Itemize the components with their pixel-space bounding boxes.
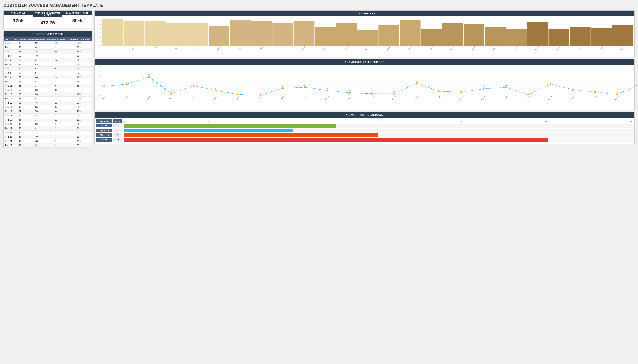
svg-text:Rep 10: Rep 10	[302, 96, 307, 100]
svg-text:10: 10	[99, 40, 101, 42]
breakdown-bar	[124, 128, 293, 132]
table-row: Rep 3583523369	[4, 50, 92, 54]
breakdown-bar-wrap	[124, 128, 633, 132]
svg-rect-58	[570, 27, 591, 46]
table-row: Rep 25483414301	[4, 144, 92, 148]
svg-point-105	[349, 92, 351, 94]
svg-text:8: 8	[483, 86, 484, 88]
svg-text:Rep 14: Rep 14	[392, 96, 396, 100]
svg-text:36: 36	[99, 66, 101, 68]
abandoned-line-svg: 012243611Rep 114Rep 223Rep 32Rep 412Rep …	[102, 66, 632, 100]
scale-label: 12	[630, 120, 632, 122]
svg-text:Rep 24: Rep 24	[615, 96, 619, 100]
svg-rect-42	[400, 20, 421, 46]
svg-rect-32	[294, 21, 315, 46]
svg-text:Rep 13: Rep 13	[369, 96, 374, 100]
scale-label: 6	[377, 120, 378, 122]
svg-point-129	[527, 93, 529, 96]
svg-rect-56	[548, 28, 569, 46]
svg-text:Rep 22: Rep 22	[556, 46, 561, 51]
svg-text:6: 6	[327, 88, 328, 90]
svg-text:Rep 14: Rep 14	[386, 46, 391, 51]
svg-rect-24	[209, 26, 229, 46]
svg-text:Rep 2: Rep 2	[132, 46, 136, 50]
col-calls-abandoned: CALLS ABANDONED	[46, 37, 66, 41]
table-row: Rep 452484958	[4, 54, 92, 58]
table-row: Rep 21554114114	[4, 126, 92, 131]
abandon-rate-header: CALL ABANDON RATE	[63, 11, 92, 15]
svg-text:3: 3	[349, 90, 350, 92]
svg-rect-62	[612, 25, 633, 46]
svg-text:Rep 16: Rep 16	[436, 96, 441, 100]
svg-point-132	[549, 83, 552, 85]
svg-text:4: 4	[595, 89, 596, 91]
breakdown-bar	[124, 133, 378, 137]
avg-answer-header: AVERAGE ANSWER TIME in SEC	[33, 11, 62, 18]
table-row: Rep 85857166	[4, 71, 92, 75]
table-row: Rep 1336342454	[4, 92, 92, 96]
svg-text:Rep 15: Rep 15	[408, 46, 412, 51]
breakdown-reps-value: 6	[113, 134, 122, 137]
abandon-rate-value: 85%	[63, 15, 92, 26]
table-row: Rep 1449472470	[4, 96, 92, 101]
svg-text:Rep 11: Rep 11	[325, 96, 329, 100]
scale-label: 4	[293, 120, 293, 122]
svg-text:Rep 18: Rep 18	[481, 96, 485, 100]
svg-rect-34	[315, 27, 336, 46]
svg-rect-48	[464, 24, 484, 46]
total-calls-header: TOTAL CALLS	[4, 11, 33, 15]
svg-text:24: 24	[99, 75, 101, 77]
svg-text:Rep 21: Rep 21	[535, 46, 540, 51]
svg-point-120	[460, 91, 462, 93]
svg-text:Rep 5: Rep 5	[196, 46, 200, 50]
svg-point-114	[416, 82, 418, 84]
svg-text:Rep 7: Rep 7	[238, 46, 242, 50]
table-row: Rep 2040391664	[4, 122, 92, 126]
svg-text:10: 10	[304, 84, 306, 86]
table-row: Rep 2584414225	[4, 46, 92, 50]
svg-text:Rep 13: Rep 13	[365, 46, 370, 51]
svg-text:Rep 23: Rep 23	[578, 46, 582, 51]
svg-text:Rep 16: Rep 16	[429, 46, 433, 51]
left-panel: TOTAL CALLS 1255 AVERAGE ANSWER TIME in …	[4, 10, 92, 148]
svg-text:Rep 6: Rep 6	[217, 46, 221, 50]
svg-text:Rep 8: Rep 8	[258, 96, 262, 100]
svg-text:30: 30	[99, 32, 101, 34]
svg-text:2: 2	[394, 91, 395, 93]
breakdown-bar-wrap	[124, 124, 633, 128]
table-row: Rep 10574710764	[4, 80, 92, 84]
svg-text:20: 20	[99, 36, 101, 38]
svg-text:2: 2	[371, 91, 373, 93]
table-row: Rep 185042882	[4, 114, 92, 118]
col-avg-time: AVG ANSWER TIME in SEC	[66, 37, 92, 41]
svg-rect-16	[124, 21, 145, 46]
svg-text:Rep 9: Rep 9	[280, 96, 284, 100]
breakdown-header-row: TIME in SEC REPS 024681012	[96, 119, 633, 123]
page-title: CUSTOMER SUCCESS MANAGEMENT TEMPLATE	[4, 4, 634, 8]
table-row: Rep 1754504780	[4, 109, 92, 114]
abandoned-calls-title: ABANDONED CALLS PER REP	[95, 59, 634, 65]
table-row: Rep 15614615513	[4, 101, 92, 105]
breakdown-time-label: > 600	[96, 138, 112, 142]
svg-text:14: 14	[549, 81, 551, 83]
svg-text:Rep 18: Rep 18	[471, 46, 476, 51]
svg-rect-36	[336, 23, 357, 46]
svg-point-96	[282, 87, 284, 89]
svg-rect-28	[251, 21, 272, 46]
svg-text:Rep 4: Rep 4	[174, 46, 178, 50]
svg-rect-38	[357, 30, 378, 46]
svg-text:14: 14	[126, 81, 128, 83]
svg-text:1: 1	[617, 92, 618, 93]
breakdown-row: 360 – 6006	[96, 133, 633, 137]
breakdown-bar-wrap	[124, 133, 633, 137]
svg-text:60: 60	[99, 19, 101, 21]
abandoned-calls-chart: ABANDONED CALLS PER REP 012243611Rep 114…	[95, 59, 634, 110]
table-row: Rep 1253503841	[4, 88, 92, 92]
breakdown-reps-value: 5	[113, 124, 122, 128]
tickets-table-section: TICKETS OVER 1 WEEK REP TOTAL CALLS CALL…	[4, 31, 92, 148]
svg-rect-54	[527, 22, 548, 46]
svg-rect-26	[230, 20, 251, 46]
svg-text:15: 15	[416, 80, 417, 82]
svg-rect-50	[485, 27, 506, 46]
svg-point-108	[371, 93, 373, 95]
